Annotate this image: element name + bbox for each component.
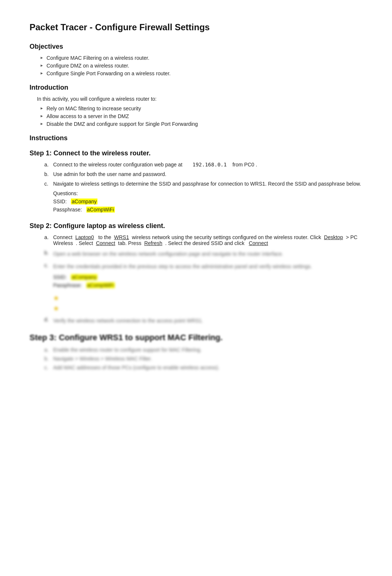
step1a-from: from PC0 .	[233, 162, 257, 168]
step2c-ssid-value: aCompany	[71, 274, 97, 280]
ssid-line: SSID: aCompany	[53, 199, 362, 204]
passphrase-label: Passphrase:	[53, 207, 85, 213]
passphrase-line: Passphrase: aCompWiFi	[53, 207, 362, 213]
step3-list: a. Enable the wireless router to configu…	[30, 347, 362, 370]
star-item-1: ★	[53, 294, 362, 303]
step2c-questions: SSID: aCompany Passphrase: aCompWiFi	[53, 274, 362, 288]
step1-section: Step 1: Connect to the wireless router. …	[30, 149, 362, 215]
step2-item-a: a. Connect Laptop0 to the WRS1 wireless …	[44, 234, 362, 246]
step3a-text: Enable the wireless router to configure …	[53, 347, 202, 353]
step2-item-d: d. Verify the wireless network connectio…	[44, 317, 362, 325]
list-item: Configure Single Port Forwarding on a wi…	[41, 70, 362, 76]
step2-list: a. Connect Laptop0 to the WRS1 wireless …	[30, 234, 362, 246]
step1-item-b: b. Use admin for both the user name and …	[44, 171, 362, 177]
objectives-section: Objectives Configure MAC Filtering on a …	[30, 43, 362, 76]
step2d-text: Verify the wireless network connection t…	[53, 318, 203, 324]
step2-blurred-c: c. Enter the credentials provided in the…	[30, 262, 362, 290]
star-text-2	[61, 304, 62, 313]
step1-letter-a: a.	[44, 162, 53, 168]
step3-item-b: b. Navigate > Wireless > Wireless MAC Fi…	[44, 356, 362, 362]
page-title: Packet Tracer - Configure Firewall Setti…	[30, 22, 362, 32]
questions-label: Questions:	[53, 190, 362, 196]
step2-letter-a: a.	[44, 234, 53, 240]
introduction-list: Rely on MAC filtering to increase securi…	[30, 106, 362, 127]
ssid-value: aCompany	[71, 199, 97, 204]
introduction-heading: Introduction	[30, 84, 362, 92]
step3-item-a: a. Enable the wireless router to configu…	[44, 347, 362, 353]
step2c-passphrase-value: aCompWiFi	[86, 282, 115, 288]
step3-section: Step 3: Configure WRS1 to support MAC Fi…	[30, 333, 362, 370]
step2-section: Step 2: Configure laptop as wireless cli…	[30, 222, 362, 325]
step2-blurred-d: d. Verify the wireless network connectio…	[30, 317, 362, 325]
step2a-text: Connect Laptop0 to the WRS1 wireless net…	[53, 234, 362, 246]
list-item: Configure MAC Filtering on a wireless ro…	[41, 55, 362, 61]
step2-heading: Step 2: Configure laptop as wireless cli…	[30, 222, 362, 230]
ssid-label: SSID:	[53, 199, 69, 204]
star-icon-2: ★	[53, 304, 59, 313]
step1a-text: Connect to the wireless router configura…	[53, 162, 182, 168]
passphrase-value: aCompWiFi	[86, 207, 115, 213]
questions-block: Questions: SSID: aCompany Passphrase: aC…	[53, 190, 362, 213]
step1-list: a. Connect to the wireless router config…	[30, 162, 362, 215]
step2c-ssid-label: SSID:	[53, 274, 69, 280]
step2c-passphrase-label: Passphrase:	[53, 282, 85, 288]
step2-item-c: c. Enter the credentials provided in the…	[44, 262, 362, 290]
step2c-ssid-line: SSID: aCompany	[53, 274, 362, 280]
step1-item-c: c. Navigate to wireless settings to dete…	[44, 181, 362, 215]
star-text-1	[61, 294, 62, 303]
step1-letter-c: c.	[44, 181, 53, 187]
list-item: Configure DMZ on a wireless router.	[41, 63, 362, 69]
intro-text: In this activity, you will configure a w…	[37, 96, 362, 102]
step2c-passphrase-line: Passphrase: aCompWiFi	[53, 282, 362, 288]
step1c-text: Navigate to wireless settings to determi…	[53, 181, 361, 187]
step1b-text: Use admin for both the user name and pas…	[53, 171, 362, 177]
step2-item-b: b. Open a web browser on the wireless ne…	[44, 250, 362, 259]
step3-item-c: c. Add MAC addresses of those PCs (confi…	[44, 365, 362, 370]
step3-heading: Step 3: Configure WRS1 to support MAC Fi…	[30, 333, 362, 342]
introduction-section: Introduction In this activity, you will …	[30, 84, 362, 127]
star-item-2: ★	[53, 304, 362, 313]
list-item: Allow access to a server in the DMZ	[41, 113, 362, 119]
step2-stars: ★ ★	[53, 294, 362, 313]
step3c-text: Add MAC addresses of those PCs (configur…	[53, 365, 220, 370]
list-item: Rely on MAC filtering to increase securi…	[41, 106, 362, 111]
instructions-heading: Instructions	[30, 134, 362, 142]
objectives-heading: Objectives	[30, 43, 362, 51]
step1a-ip: 192.168.0.1	[192, 162, 227, 168]
step1-letter-b: b.	[44, 171, 53, 177]
step2-blurred-b: b. Open a web browser on the wireless ne…	[30, 250, 362, 259]
step2b-text: Open a web browser on the wireless netwo…	[53, 251, 283, 257]
step1-item-a: a. Connect to the wireless router config…	[44, 162, 362, 168]
instructions-section: Instructions	[30, 134, 362, 142]
list-item: Disable the DMZ and configure support fo…	[41, 121, 362, 127]
step2c-text: Enter the credentials provided in the pr…	[53, 263, 312, 269]
objectives-list: Configure MAC Filtering on a wireless ro…	[30, 55, 362, 76]
step3b-text: Navigate > Wireless > Wireless MAC Filte…	[53, 356, 152, 362]
step1-heading: Step 1: Connect to the wireless router.	[30, 149, 362, 157]
star-icon-1: ★	[53, 294, 59, 302]
